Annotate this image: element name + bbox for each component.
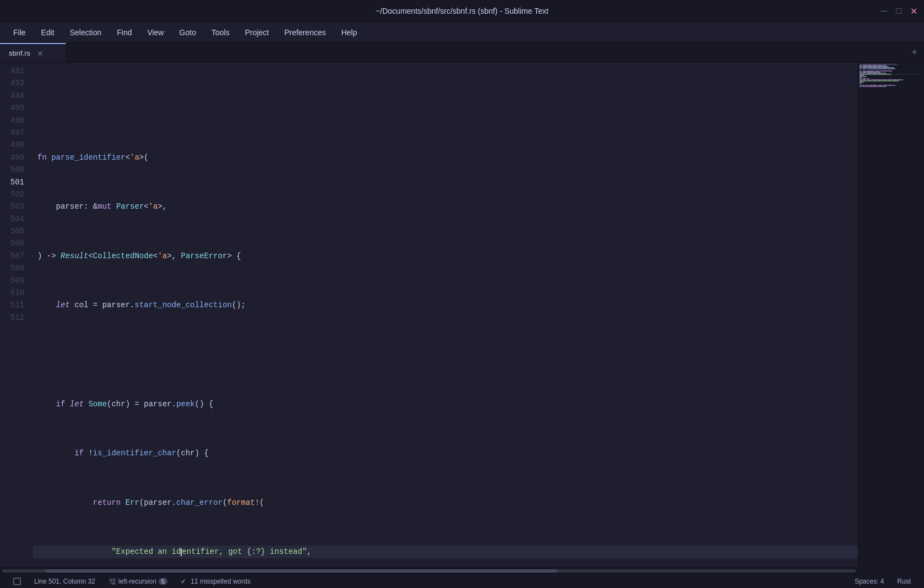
horizontal-scrollbar[interactable]	[0, 567, 858, 574]
language-text: Rust	[897, 578, 911, 585]
code-editor[interactable]: 492 493 494 495 496 497 498 499 500 501 …	[0, 63, 858, 574]
status-spell[interactable]: ✓ 11 misspelled words	[174, 578, 257, 585]
status-language[interactable]: Rust	[890, 578, 917, 585]
status-position-text: Line 501, Column 32	[34, 578, 95, 585]
git-branch-icon	[108, 578, 116, 585]
line-num: 499	[7, 151, 24, 164]
line-num: 497	[7, 127, 24, 139]
menu-project[interactable]: Project	[238, 26, 276, 39]
menu-file[interactable]: File	[7, 26, 32, 39]
code-line-498: if let Some(chr) = parser.peek() {	[33, 398, 858, 410]
line-num: 502	[7, 188, 24, 200]
maximize-button[interactable]: □	[896, 6, 901, 16]
line-num: 495	[7, 102, 24, 114]
menu-tools[interactable]: Tools	[205, 26, 236, 39]
line-num: 505	[7, 225, 24, 237]
title-bar-title: ~/Documents/sbnf/src/sbnf.rs (sbnf) - Su…	[376, 7, 548, 15]
editor-area: 492 493 494 495 496 497 498 499 500 501 …	[0, 63, 924, 574]
menu-edit[interactable]: Edit	[35, 26, 61, 39]
status-right: Spaces: 4 Rust	[848, 578, 917, 585]
line-num: 501	[7, 176, 24, 188]
window-controls: ─ □ ✕	[881, 6, 917, 16]
tab-close-button[interactable]: ✕	[37, 49, 44, 58]
minimize-button[interactable]: ─	[881, 6, 887, 16]
misspelled-text: 11 misspelled words	[191, 578, 251, 585]
tab-sbnf-rs[interactable]: sbnf.rs ✕	[0, 43, 66, 62]
code-line-496: let col = parser.start_node_collection()…	[33, 299, 858, 311]
code-line-499: if !is_identifier_char(chr) {	[33, 447, 858, 459]
tab-label: sbnf.rs	[9, 49, 30, 57]
code-line-493: fn parse_identifier<'a>(	[33, 151, 858, 164]
spell-icon: ✓	[181, 578, 186, 585]
line-num: 510	[7, 287, 24, 299]
svg-rect-0	[14, 578, 20, 585]
status-left: Line 501, Column 32 left-recursion 5 ✓ 1…	[7, 578, 257, 585]
line-num: 506	[7, 237, 24, 249]
scrollbar-thumb[interactable]	[45, 569, 557, 573]
line-num: 496	[7, 115, 24, 127]
menu-help[interactable]: Help	[335, 26, 364, 39]
line-num: 503	[7, 200, 24, 213]
status-git[interactable]: left-recursion 5	[102, 578, 174, 585]
sublime-icon	[13, 578, 21, 585]
svg-point-1	[110, 579, 112, 581]
code-line-500: return Err(parser.char_error(format!(	[33, 497, 858, 509]
line-num: 509	[7, 275, 24, 287]
left-recursion-label: left-recursion	[118, 578, 156, 585]
line-num: 492	[7, 65, 24, 77]
menu-bar: File Edit Selection Find View Goto Tools…	[0, 22, 924, 43]
status-bar: Line 501, Column 32 left-recursion 5 ✓ 1…	[0, 574, 924, 588]
close-button[interactable]: ✕	[910, 6, 917, 16]
minimap-content: ██████████████████████████████████████ █…	[858, 63, 924, 574]
title-bar: ~/Documents/sbnf/src/sbnf.rs (sbnf) - Su…	[0, 0, 924, 22]
line-num: 512	[7, 312, 24, 324]
menu-view[interactable]: View	[141, 26, 171, 39]
code-line-497	[33, 349, 858, 361]
line-num: 494	[7, 90, 24, 102]
menu-preferences[interactable]: Preferences	[278, 26, 332, 39]
tab-add-button[interactable]: +	[905, 43, 924, 62]
left-recursion-count: 5	[159, 578, 167, 585]
line-num: 500	[7, 164, 24, 176]
menu-find[interactable]: Find	[110, 26, 138, 39]
code-line-494: parser: &mut Parser<'a>,	[33, 200, 858, 213]
line-num: 498	[7, 139, 24, 151]
line-num: 493	[7, 77, 24, 89]
status-position[interactable]: Line 501, Column 32	[28, 578, 102, 585]
minimap: ██████████████████████████████████████ █…	[858, 63, 924, 574]
status-square-icon[interactable]	[7, 578, 28, 585]
line-num: 508	[7, 262, 24, 274]
line-num: 504	[7, 213, 24, 225]
scrollbar-track[interactable]	[2, 569, 856, 573]
code-content: 492 493 494 495 496 497 498 499 500 501 …	[0, 63, 858, 567]
code-lines[interactable]: fn parse_identifier<'a>( parser: &mut Pa…	[33, 63, 858, 567]
code-line-501: "Expected an identifier, got {:?} instea…	[33, 546, 858, 558]
line-num: 507	[7, 250, 24, 262]
tabs-bar: sbnf.rs ✕ +	[0, 43, 924, 63]
line-numbers: 492 493 494 495 496 497 498 499 500 501 …	[0, 63, 33, 567]
code-line-492	[33, 102, 858, 114]
menu-goto[interactable]: Goto	[173, 26, 203, 39]
code-line-495: ) -> Result<CollectedNode<'a>, ParseErro…	[33, 250, 858, 262]
mini-line: ██ ████████████████████████	[860, 86, 923, 87]
menu-selection[interactable]: Selection	[63, 26, 108, 39]
svg-point-3	[113, 579, 115, 581]
line-num: 511	[7, 299, 24, 311]
status-spaces[interactable]: Spaces: 4	[848, 578, 890, 585]
spaces-text: Spaces: 4	[855, 578, 884, 585]
